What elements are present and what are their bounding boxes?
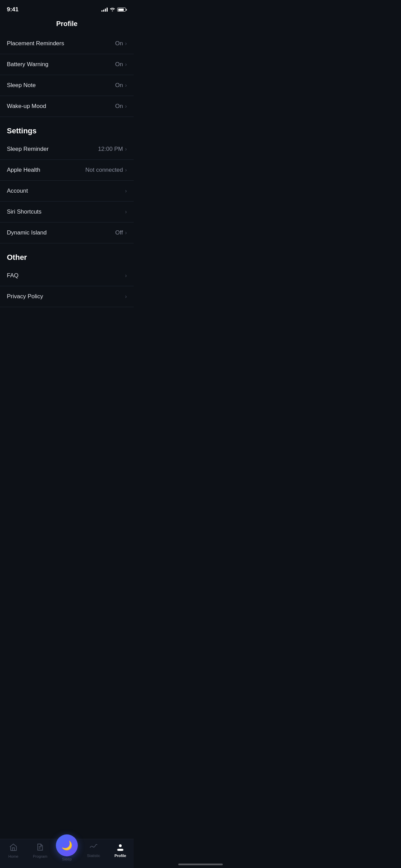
placement-reminders-item[interactable]: Placement Reminders On › (0, 33, 134, 54)
sleep-reminder-label: Sleep Reminder (7, 146, 49, 153)
other-items-list: FAQ › Privacy Policy › (0, 265, 134, 307)
account-value: › (125, 188, 127, 194)
other-section-title: Other (7, 253, 27, 262)
sleep-note-item[interactable]: Sleep Note On › (0, 75, 134, 96)
wifi-icon (110, 7, 115, 12)
battery-warning-chevron-icon: › (125, 61, 127, 68)
battery-warning-label: Battery Warning (7, 61, 48, 68)
wake-up-mood-value: On › (115, 103, 127, 110)
siri-shortcuts-chevron-icon: › (125, 209, 127, 215)
battery-warning-value: On › (115, 61, 127, 68)
faq-chevron-icon: › (125, 273, 127, 279)
signal-bars-icon (101, 8, 108, 12)
privacy-policy-item[interactable]: Privacy Policy › (0, 286, 134, 307)
content-scroll: Placement Reminders On › Battery Warning… (0, 33, 134, 338)
dynamic-island-value: Off › (115, 229, 127, 236)
settings-items-list: Sleep Reminder 12:00 PM › Apple Health N… (0, 139, 134, 243)
siri-shortcuts-value: › (125, 209, 127, 215)
sleep-reminder-chevron-icon: › (125, 146, 127, 152)
dynamic-island-chevron-icon: › (125, 230, 127, 236)
dynamic-island-item[interactable]: Dynamic Island Off › (0, 222, 134, 243)
sleep-note-chevron-icon: › (125, 82, 127, 88)
placement-reminders-chevron-icon: › (125, 40, 127, 47)
sleep-reminder-value: 12:00 PM › (98, 146, 127, 153)
settings-section-header: Settings (0, 117, 134, 139)
battery-icon (117, 8, 127, 12)
apple-health-label: Apple Health (7, 167, 40, 173)
sleep-note-label: Sleep Note (7, 82, 36, 89)
siri-shortcuts-item[interactable]: Siri Shortcuts › (0, 202, 134, 222)
account-chevron-icon: › (125, 188, 127, 194)
apple-health-item[interactable]: Apple Health Not connected › (0, 160, 134, 181)
account-label: Account (7, 188, 28, 194)
siri-shortcuts-label: Siri Shortcuts (7, 208, 41, 215)
placement-reminders-value: On › (115, 40, 127, 47)
privacy-policy-value: › (125, 293, 127, 300)
faq-label: FAQ (7, 272, 19, 279)
dynamic-island-label: Dynamic Island (7, 229, 47, 236)
apple-health-value: Not connected › (85, 167, 127, 173)
apple-health-chevron-icon: › (125, 167, 127, 173)
notification-items-list: Placement Reminders On › Battery Warning… (0, 33, 134, 117)
wake-up-mood-label: Wake-up Mood (7, 103, 46, 110)
status-bar: 9:41 (0, 0, 134, 17)
wake-up-mood-chevron-icon: › (125, 103, 127, 109)
sleep-note-value: On › (115, 82, 127, 89)
privacy-policy-label: Privacy Policy (7, 293, 43, 300)
battery-warning-item[interactable]: Battery Warning On › (0, 54, 134, 75)
faq-item[interactable]: FAQ › (0, 265, 134, 286)
wake-up-mood-item[interactable]: Wake-up Mood On › (0, 96, 134, 117)
status-time: 9:41 (7, 6, 19, 13)
page-title: Profile (0, 17, 134, 33)
settings-section-title: Settings (7, 126, 37, 135)
sleep-reminder-item[interactable]: Sleep Reminder 12:00 PM › (0, 139, 134, 160)
privacy-policy-chevron-icon: › (125, 293, 127, 300)
placement-reminders-label: Placement Reminders (7, 40, 64, 47)
status-icons (101, 7, 127, 12)
faq-value: › (125, 273, 127, 279)
account-item[interactable]: Account › (0, 181, 134, 202)
other-section-header: Other (0, 243, 134, 265)
